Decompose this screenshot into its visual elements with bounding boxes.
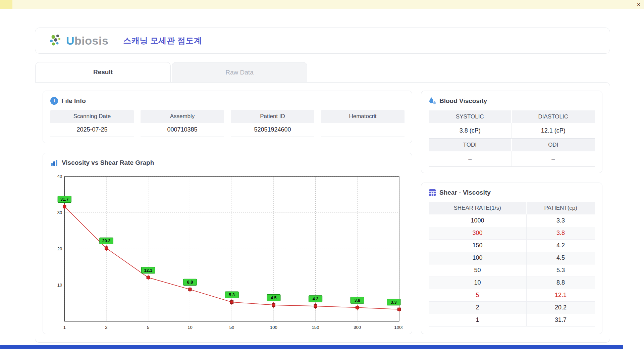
- svg-text:10: 10: [187, 325, 193, 330]
- field-label: Hematocrit: [321, 110, 405, 123]
- svg-text:20.2: 20.2: [102, 239, 110, 243]
- viscosity-graph-card: Viscosity vs Shear Rate Graph 1020304012…: [43, 153, 412, 334]
- column-shear-rate: SHEAR RATE(1/s): [429, 202, 526, 214]
- blood-viscosity-title-row: Blood Viscosity: [429, 97, 595, 105]
- app-body: Ubiosis 스캐닝 모세관 점도계 Result Raw Data i Fi…: [0, 9, 644, 349]
- svg-text:30: 30: [57, 210, 62, 215]
- bv-header-systolic: SYSTOLIC: [429, 110, 512, 123]
- field-label: Scanning Date: [50, 110, 134, 123]
- table-row: 131.7: [429, 314, 595, 326]
- svg-text:31.7: 31.7: [60, 197, 68, 202]
- field-assembly: Assembly 000710385: [141, 110, 224, 137]
- header-card: Ubiosis 스캐닝 모세관 점도계: [35, 28, 610, 54]
- table-row: 505.3: [429, 264, 595, 277]
- tab-raw-data[interactable]: Raw Data: [172, 62, 307, 82]
- cell-patient: 4.5: [526, 252, 595, 264]
- cell-patient: 4.2: [526, 239, 595, 252]
- column-patient: PATIENT(cp): [526, 202, 595, 214]
- svg-text:300: 300: [354, 325, 361, 330]
- svg-text:50: 50: [229, 325, 234, 330]
- cell-rate: 150: [429, 239, 526, 252]
- svg-text:1000: 1000: [394, 325, 402, 330]
- field-scanning-date: Scanning Date 2025-07-25: [50, 110, 134, 137]
- left-column: i File Info Scanning Date 2025-07-25 Ass…: [43, 91, 412, 334]
- field-value: 2025-07-25: [50, 123, 134, 137]
- table-row: 108.8: [429, 277, 595, 289]
- cell-rate: 50: [429, 264, 526, 277]
- cell-patient: 3.3: [526, 214, 595, 227]
- bv-value-systolic: 3.8 (cP): [429, 123, 512, 139]
- field-value: 000710385: [141, 123, 224, 137]
- close-icon[interactable]: ×: [634, 0, 644, 9]
- bv-header-todi: TODI: [429, 139, 512, 151]
- svg-text:1: 1: [63, 325, 66, 330]
- taskbar-strip: [0, 345, 623, 349]
- shear-viscosity-title-row: Shear - Viscosity: [429, 189, 595, 196]
- blood-viscosity-title: Blood Viscosity: [439, 97, 487, 105]
- cell-patient: 12.1: [526, 289, 595, 301]
- svg-text:10: 10: [57, 283, 62, 288]
- shear-viscosity-card: Shear - Viscosity SHEAR RATE(1/s) PATIEN…: [421, 183, 602, 334]
- table-row: 220.2: [429, 301, 595, 314]
- table-row: 512.1: [429, 289, 595, 301]
- cell-patient: 20.2: [526, 301, 595, 314]
- field-value: [321, 123, 405, 137]
- cell-patient: 31.7: [526, 314, 595, 326]
- field-hematocrit: Hematocrit: [321, 110, 405, 137]
- shear-viscosity-table: SHEAR RATE(1/s) PATIENT(cp) 10003.3 3003…: [429, 202, 595, 327]
- svg-text:100: 100: [270, 325, 277, 330]
- svg-text:5: 5: [147, 325, 149, 330]
- cell-rate: 1000: [429, 214, 526, 227]
- cell-rate: 2: [429, 301, 526, 314]
- svg-text:2: 2: [105, 325, 107, 330]
- page-title: 스캐닝 모세관 점도계: [123, 35, 202, 46]
- title-bar: ×: [0, 0, 644, 9]
- svg-text:8.8: 8.8: [187, 280, 193, 285]
- ubiosis-logo: Ubiosis: [49, 34, 108, 48]
- file-info-title: File Info: [61, 97, 86, 105]
- bv-value-odi: –: [512, 151, 595, 167]
- svg-text:3.8: 3.8: [354, 298, 360, 303]
- bar-chart-icon: [50, 159, 58, 166]
- graph-title-row: Viscosity vs Shear Rate Graph: [50, 159, 405, 166]
- logo-letter-u: U: [66, 34, 74, 47]
- tab-bar: Result Raw Data: [35, 62, 610, 82]
- logo-text: Ubiosis: [66, 34, 108, 47]
- table-row: 3003.8: [429, 227, 595, 239]
- result-panel: i File Info Scanning Date 2025-07-25 Ass…: [35, 82, 610, 343]
- tab-result[interactable]: Result: [35, 62, 171, 82]
- field-value: 52051924600: [231, 123, 314, 137]
- cell-rate: 100: [429, 252, 526, 264]
- file-info-fields: Scanning Date 2025-07-25 Assembly 000710…: [50, 110, 405, 137]
- viscosity-chart-svg: 102030401251050100150300100031.720.212.1…: [51, 173, 402, 332]
- svg-text:12.1: 12.1: [144, 268, 152, 273]
- table-header-row: SHEAR RATE(1/s) PATIENT(cp): [429, 202, 595, 214]
- droplet-icon: [429, 97, 436, 105]
- svg-text:4.2: 4.2: [313, 297, 319, 301]
- field-label: Patient ID: [231, 110, 314, 123]
- field-patient-id: Patient ID 52051924600: [231, 110, 314, 137]
- svg-text:4.5: 4.5: [271, 296, 277, 300]
- blood-viscosity-table: SYSTOLIC DIASTOLIC 3.8 (cP) 12.1 (cP) TO…: [429, 110, 595, 167]
- cell-rate: 10: [429, 277, 526, 289]
- graph-title: Viscosity vs Shear Rate Graph: [62, 159, 154, 166]
- logo-dots-icon: [49, 34, 63, 48]
- svg-text:3.3: 3.3: [391, 300, 397, 305]
- svg-text:20: 20: [57, 246, 62, 251]
- right-column: Blood Viscosity SYSTOLIC DIASTOLIC 3.8 (…: [421, 91, 602, 334]
- table-row: 10003.3: [429, 214, 595, 227]
- table-row: 1004.5: [429, 252, 595, 264]
- cell-rate: 300: [429, 227, 526, 239]
- viscosity-chart: 102030401251050100150300100031.720.212.1…: [50, 172, 405, 328]
- cell-patient: 5.3: [526, 264, 595, 277]
- svg-text:5.3: 5.3: [229, 293, 235, 297]
- cell-rate: 1: [429, 314, 526, 326]
- bv-value-diastolic: 12.1 (cP): [512, 123, 595, 139]
- info-icon: i: [50, 97, 58, 105]
- cell-patient: 3.8: [526, 227, 595, 239]
- bv-header-odi: ODI: [512, 139, 595, 151]
- blood-viscosity-card: Blood Viscosity SYSTOLIC DIASTOLIC 3.8 (…: [421, 91, 602, 173]
- file-info-title-row: i File Info: [50, 97, 405, 105]
- field-label: Assembly: [141, 110, 224, 123]
- bv-value-todi: –: [429, 151, 512, 167]
